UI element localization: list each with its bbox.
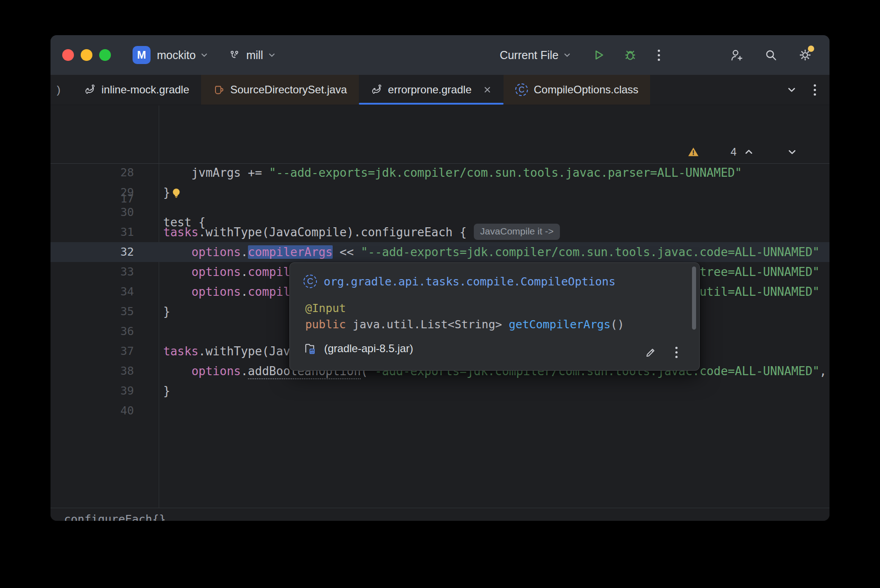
editor-tab-bar: ) inline-mock.gradle SourceDi (50, 75, 830, 105)
line-number[interactable]: 37 (50, 341, 134, 361)
inlay-hint[interactable]: JavaCompile it -> (474, 224, 560, 240)
code-token: } (163, 186, 170, 199)
code-token: options (192, 245, 241, 259)
code-token: . (241, 265, 248, 279)
close-window-button[interactable] (62, 49, 74, 61)
code-editor[interactable]: 28 jvmArgs += "--add-exports=jdk.compile… (50, 106, 830, 508)
desktop: M mockito mill Current Fi (0, 0, 880, 588)
code-token: tasks (163, 345, 198, 358)
code-token: "--add-exports=jdk.compiler/com.sun.tool… (269, 166, 742, 179)
zoom-window-button[interactable] (99, 49, 111, 61)
settings-gear-icon[interactable] (798, 48, 812, 62)
popup-options-icon[interactable] (674, 345, 679, 360)
line-number[interactable]: 39 (50, 381, 134, 401)
sticky-line[interactable]: 17 test { 4 (50, 140, 830, 164)
tab-errorprone-gradle[interactable]: errorprone.gradle (359, 75, 504, 105)
tab-label: CompileOptions.class (534, 83, 638, 96)
run-configuration-selector[interactable]: Current File (500, 49, 571, 62)
code-token: jvmArgs += (163, 166, 269, 179)
java-file-icon (213, 84, 225, 96)
code-token: options (192, 285, 241, 299)
code-token: . (241, 245, 248, 259)
search-icon[interactable] (764, 48, 778, 62)
class-icon: C (515, 83, 528, 96)
tab-compileoptions-class[interactable]: C CompileOptions.class (504, 75, 650, 105)
code-token (163, 364, 192, 378)
next-problem-chevron-icon[interactable] (787, 106, 823, 204)
code-line-40[interactable]: 40 (50, 401, 830, 421)
minimize-window-button[interactable] (81, 49, 92, 61)
code-text: tasks.withType(JavaCompile).configureEac… (163, 222, 560, 242)
popup-annotation: @Input (305, 302, 346, 315)
signature-modifier: public (305, 318, 353, 331)
tab-label: errorprone.gradle (388, 83, 472, 96)
popup-origin-jar: (gradle-api-8.5.jar) (324, 342, 413, 355)
ide-window: M mockito mill Current Fi (50, 35, 830, 521)
edit-source-pencil-icon[interactable] (645, 347, 656, 358)
line-number[interactable]: 40 (50, 401, 134, 421)
chevron-down-icon (563, 51, 571, 59)
signature-return-type: java.util.List<String> (353, 318, 509, 331)
tabs-list-chevron-icon[interactable] (787, 85, 797, 95)
run-configuration-name: Current File (500, 49, 559, 62)
library-jar-icon (303, 342, 316, 355)
line-number[interactable]: 36 (50, 322, 134, 341)
code-token: , (820, 364, 830, 378)
project-name[interactable]: mockito (157, 49, 196, 62)
run-button[interactable] (592, 48, 605, 62)
code-token: } (163, 305, 170, 318)
line-number: 17 (50, 187, 134, 211)
breadcrumb-item[interactable]: configureEach{} (64, 513, 166, 521)
project-badge[interactable]: M (133, 46, 151, 64)
notification-dot (808, 46, 814, 52)
vcs-widget[interactable]: mill (229, 49, 276, 62)
signature-method-name[interactable]: getCompilerArgs (509, 318, 611, 331)
add-user-icon[interactable] (729, 48, 744, 62)
code-token: options (192, 265, 241, 279)
code-text: options.compilerArgs << "--add-exports=j… (163, 242, 820, 262)
code-token: .withType(JavaCompile).configureEach { (198, 225, 467, 239)
chevron-down-icon[interactable] (200, 51, 208, 59)
tab-label: SourceDirectorySet.java (230, 83, 347, 96)
gradle-icon (84, 84, 96, 96)
code-line-32[interactable]: 32 options.compilerArgs << "--add-export… (50, 242, 830, 262)
git-branch-icon (229, 50, 240, 60)
code-line-39[interactable]: 39} (50, 381, 830, 401)
close-tab-icon[interactable] (483, 85, 492, 94)
code-text: } (163, 381, 170, 401)
popup-class-fqn[interactable]: org.gradle.api.tasks.compile.CompileOpti… (324, 275, 615, 288)
documentation-popup: C org.gradle.api.tasks.compile.CompileOp… (289, 262, 700, 371)
code-token: } (163, 384, 170, 398)
code-text: } (163, 302, 170, 322)
more-actions-icon[interactable] (656, 48, 662, 63)
line-number[interactable]: 38 (50, 361, 134, 381)
title-bar: M mockito mill Current Fi (50, 35, 830, 75)
class-icon: C (303, 275, 317, 288)
code-text: jvmArgs += "--add-exports=jdk.compiler/c… (163, 163, 742, 183)
chevron-down-icon (268, 51, 276, 59)
tab-inline-mock-gradle[interactable]: inline-mock.gradle (72, 75, 201, 105)
tab-truncated[interactable]: ) (50, 75, 72, 105)
tab-options-icon[interactable] (812, 83, 818, 97)
window-controls (62, 49, 111, 61)
code-token: compilerArgs (248, 245, 333, 259)
signature-parens: () (610, 318, 624, 331)
inspections-widget[interactable]: 4 (688, 140, 823, 164)
intention-lightbulb-icon[interactable] (170, 187, 182, 199)
code-token: options (192, 364, 241, 378)
code-token (163, 265, 192, 279)
branch-name: mill (246, 49, 263, 62)
prev-problem-chevron-icon[interactable] (744, 106, 780, 204)
tab-sourcedirectoryset-java[interactable]: SourceDirectorySet.java (201, 75, 359, 105)
line-number[interactable]: 35 (50, 302, 134, 322)
gradle-icon (371, 84, 382, 96)
tab-label: inline-mock.gradle (101, 83, 189, 96)
line-number[interactable]: 34 (50, 282, 134, 302)
code-token: . (241, 285, 248, 299)
code-token (163, 285, 192, 299)
code-token: . (241, 364, 248, 378)
sticky-line-code: test { (163, 211, 206, 234)
code-text: } (163, 183, 170, 202)
debug-button[interactable] (623, 48, 637, 62)
popup-scrollbar-thumb[interactable] (692, 266, 696, 330)
